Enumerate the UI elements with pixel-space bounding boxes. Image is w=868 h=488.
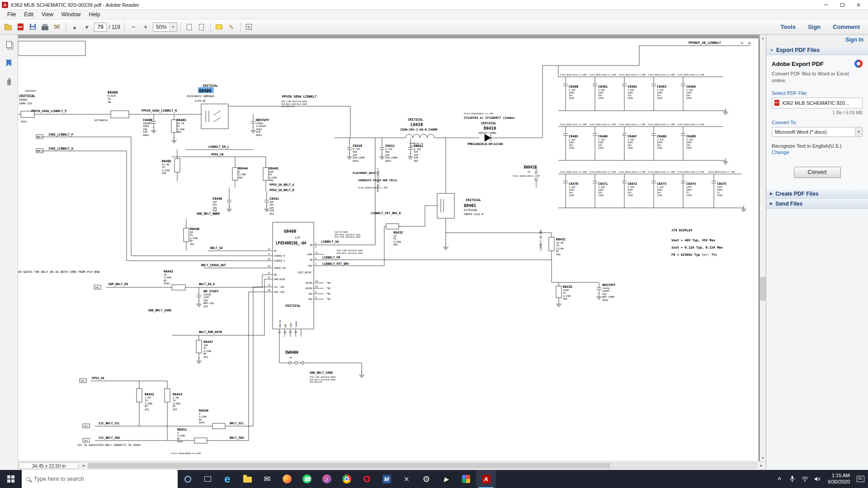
minimize-button[interactable] xyxy=(818,0,834,9)
svg-text:C8471: C8471 xyxy=(598,182,608,186)
format-select[interactable]: Microsoft Word (*.docx) ▼ xyxy=(772,127,863,137)
scroll-down-icon[interactable]: ▼ xyxy=(760,455,766,461)
zoom-out-icon[interactable]: − xyxy=(128,22,139,33)
microphone-icon[interactable] xyxy=(788,476,796,482)
scroll-left-icon[interactable]: ◄ xyxy=(80,464,87,468)
svg-text:LCDBKLT_SW: LCDBKLT_SW xyxy=(321,240,339,244)
pdf-page[interactable]: 9290102191193192740G0169CRITICALF84003AM… xyxy=(18,38,759,461)
previous-page-icon[interactable]: ▲ xyxy=(69,22,80,33)
section-create-pdf-files[interactable]: ▶ Create PDF Files xyxy=(766,189,868,199)
svg-text:PLACE_NEAR=C8410.2=1.5MM: PLACE_NEAR=C8410.2=1.5MM xyxy=(560,74,586,76)
word-icon[interactable]: M xyxy=(377,470,396,488)
svg-text:CRITICAL: CRITICAL xyxy=(203,84,218,88)
svg-text:0402: 0402 xyxy=(602,299,608,301)
print-icon[interactable] xyxy=(39,22,50,33)
acrobat-icon[interactable]: A xyxy=(476,470,496,488)
svg-text:PLACE_NEAR=C8410.2=1.5MM: PLACE_NEAR=C8410.2=1.5MM xyxy=(619,123,645,126)
zoom-in-icon[interactable]: + xyxy=(140,22,151,33)
settings-icon[interactable]: ⚙ xyxy=(416,470,436,488)
sticky-note-icon[interactable] xyxy=(214,22,225,33)
menu-edit[interactable]: Edit xyxy=(20,10,37,19)
taskbar-search[interactable] xyxy=(22,470,178,488)
zoom-level-value: 50% xyxy=(153,24,170,30)
zoom-level-select[interactable]: 50% ▼ xyxy=(153,23,177,32)
format-caret-icon[interactable]: ▼ xyxy=(855,127,862,136)
task-view-icon[interactable] xyxy=(198,470,217,488)
page-number-input[interactable] xyxy=(94,23,107,32)
svg-text:5%: 5% xyxy=(190,234,193,236)
action-center-icon[interactable] xyxy=(856,476,864,482)
svg-text:GND_BKLT_SGND: GND_BKLT_SGND xyxy=(197,212,220,216)
svg-text:50V: 50V xyxy=(414,150,419,153)
music-icon[interactable]: ♪ xyxy=(317,470,337,488)
page-thumbnails-icon[interactable] xyxy=(6,41,12,50)
scrolling-mode-icon[interactable] xyxy=(184,22,195,33)
hidden-icons-chevron[interactable]: ^ xyxy=(775,476,783,483)
cortana-icon[interactable] xyxy=(178,470,198,488)
open-file-icon[interactable] xyxy=(3,22,14,33)
svg-text:25V: 25V xyxy=(269,203,274,206)
firefox-icon[interactable] xyxy=(277,470,297,488)
svg-text:10%: 10% xyxy=(269,206,274,209)
menu-window[interactable]: Window xyxy=(58,10,85,19)
convert-button[interactable]: Convert xyxy=(794,167,841,178)
create-pdf-icon[interactable] xyxy=(15,22,26,33)
menu-file[interactable]: File xyxy=(4,10,19,19)
shuffle-icon[interactable]: × xyxy=(396,470,416,488)
fullscreen-icon[interactable] xyxy=(244,22,255,33)
sign-in-link[interactable]: Sign In xyxy=(845,37,863,43)
section-send-files[interactable]: ▶ Send Files xyxy=(766,199,868,209)
toolbar-tools-button[interactable]: Tools xyxy=(775,22,801,32)
search-input[interactable] xyxy=(34,476,173,482)
email-icon[interactable]: ✉ xyxy=(52,22,62,33)
scroll-right-icon[interactable]: ► xyxy=(758,464,765,468)
scroll-up-icon[interactable]: ▲ xyxy=(760,35,766,41)
svg-text:BKLT_PWM_KEYB: BKLT_PWM_KEYB xyxy=(199,330,222,334)
save-file-icon[interactable] xyxy=(27,22,38,33)
svg-text:FB: FB xyxy=(310,258,312,261)
bookmarks-icon[interactable] xyxy=(6,60,11,68)
pdf-canvas[interactable]: 9290102191193192740G0169CRITICALF84003AM… xyxy=(18,35,766,461)
chrome-icon[interactable] xyxy=(337,470,357,488)
photos-icon[interactable] xyxy=(456,470,476,488)
attachments-icon[interactable] xyxy=(6,78,12,88)
menu-view[interactable]: View xyxy=(38,10,57,19)
close-button[interactable]: ✕ xyxy=(851,0,866,9)
mail-icon[interactable]: ✉ xyxy=(257,470,277,488)
media-app-icon[interactable]: ▶ xyxy=(436,470,456,488)
horizontal-scroll-thumb[interactable] xyxy=(88,463,609,468)
vertical-scroll-thumb[interactable] xyxy=(760,277,765,300)
svg-text:PLACE_NEAR=C8410.2=1.5MM: PLACE_NEAR=C8410.2=1.5MM xyxy=(560,123,586,126)
menu-bar: FileEditViewWindowHelp xyxy=(0,10,868,19)
zoom-caret-icon[interactable]: ▼ xyxy=(170,23,177,31)
svg-text:ISET_KEYB: ISET_KEYB xyxy=(297,271,311,274)
start-button[interactable] xyxy=(0,470,22,488)
menu-help[interactable]: Help xyxy=(85,10,104,19)
next-page-icon[interactable]: ▼ xyxy=(81,22,92,33)
sign-pen-icon[interactable]: ✎ xyxy=(226,22,237,33)
selected-file-item[interactable]: PDF X362 MLB SCHEMATIC 820... xyxy=(772,98,863,108)
svg-text:*NC: *NC xyxy=(326,282,331,284)
horizontal-scroll-track[interactable] xyxy=(88,463,757,469)
section-export-pdf-files[interactable]: ▼ Export PDF Files xyxy=(766,45,868,55)
file-explorer-icon[interactable] xyxy=(237,470,257,488)
whatsapp-icon[interactable]: ☎ xyxy=(297,470,317,488)
toolbar-sign-button[interactable]: Sign xyxy=(802,22,826,32)
opera-icon[interactable]: O xyxy=(357,470,377,488)
svg-text:MIN LINE WIDTH=0.2000: MIN LINE WIDTH=0.2000 xyxy=(335,236,360,238)
fit-width-icon[interactable] xyxy=(196,22,207,33)
change-language-link[interactable]: Change xyxy=(772,150,863,155)
wifi-icon[interactable] xyxy=(801,476,809,482)
svg-text:FB1: FB1 xyxy=(308,298,312,300)
svg-text:20%: 20% xyxy=(353,154,358,156)
toolbar-comment-button[interactable]: Comment xyxy=(827,22,865,32)
vertical-scrollbar[interactable]: ▲ ▼ xyxy=(760,35,766,461)
svg-text:1/16W: 1/16W xyxy=(556,247,564,250)
edge-icon[interactable]: e xyxy=(217,470,237,488)
taskbar-clock[interactable]: 1:15 AM 9/30/2020 xyxy=(826,473,852,485)
maximize-button[interactable] xyxy=(835,0,850,9)
vertical-scroll-track[interactable] xyxy=(760,41,766,455)
svg-text:PLACE_NEAR=C8410.2=1.5MM: PLACE_NEAR=C8410.2=1.5MM xyxy=(590,171,616,173)
volume-icon[interactable] xyxy=(813,476,821,482)
svg-text:U8400: U8400 xyxy=(284,229,296,234)
